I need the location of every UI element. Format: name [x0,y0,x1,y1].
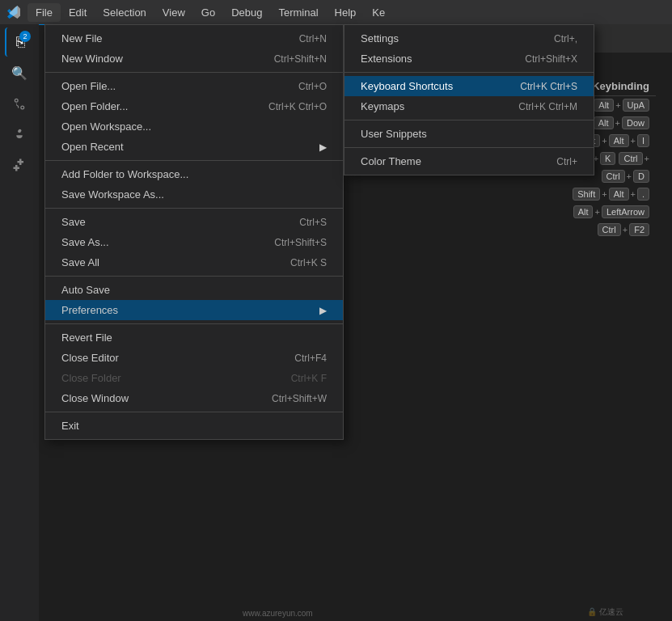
separator-2 [45,160,343,161]
keybinding-badge: Ctrl+D [602,170,650,183]
menu-help[interactable]: Help [327,3,365,22]
file-close-window[interactable]: Close Window Ctrl+Shift+W [45,388,343,408]
file-open-workspace[interactable]: Open Workspace... [45,116,343,137]
separator-1 [45,72,343,73]
file-dropdown-menu: New File Ctrl+N New Window Ctrl+Shift+N … [44,24,344,440]
sidebar: ⎘ 2 🔍 [0,24,39,621]
pref-keyboard-shortcuts[interactable]: Keyboard Shortcuts Ctrl+K Ctrl+S [344,76,594,96]
menu-file[interactable]: File [27,3,61,22]
file-preferences[interactable]: Preferences ▶ [45,300,343,320]
file-close-folder: Close Folder Ctrl+K F [45,368,343,388]
menu-bar: File Edit Selection View Go Debug Termin… [27,3,393,22]
menu-go[interactable]: Go [193,3,223,22]
title-bar: File Edit Selection View Go Debug Termin… [0,0,672,24]
separator-3 [45,208,343,209]
menu-ke[interactable]: Ke [364,3,393,22]
file-open-file[interactable]: Open File... Ctrl+O [45,76,343,96]
keybinding-badge: Ctrl+F2 [598,223,649,236]
file-close-editor[interactable]: Close Editor Ctrl+F4 [45,348,343,368]
file-new-window[interactable]: New Window Ctrl+Shift+N [45,49,343,69]
sidebar-icon-debug[interactable] [5,120,34,149]
file-auto-save[interactable]: Auto Save [45,280,343,300]
separator-5 [45,323,343,324]
file-save-workspace-as[interactable]: Save Workspace As... [45,184,343,205]
file-save-as[interactable]: Save As... Ctrl+Shift+S [45,232,343,252]
preferences-submenu: Settings Ctrl+, Extensions Ctrl+Shift+X … [344,24,594,175]
file-save[interactable]: Save Ctrl+S [45,212,343,232]
watermark-right: 🔒 亿速云 [587,606,623,618]
file-open-recent[interactable]: Open Recent ▶ [45,137,343,157]
sidebar-icon-source-control[interactable] [5,89,34,118]
pref-keymaps[interactable]: Keymaps Ctrl+K Ctrl+M [344,96,594,116]
file-add-folder[interactable]: Add Folder to Workspace... [45,164,343,184]
file-revert[interactable]: Revert File [45,327,343,348]
pref-settings[interactable]: Settings Ctrl+, [344,28,594,49]
separator-6 [45,412,343,412]
pref-sep-1 [344,72,594,73]
sidebar-icon-extensions[interactable] [5,150,34,180]
file-new-file[interactable]: New File Ctrl+N [45,28,343,49]
file-save-all[interactable]: Save All Ctrl+K S [45,252,343,272]
file-exit[interactable]: Exit [45,416,343,436]
pref-sep-2 [344,120,594,120]
pref-extensions[interactable]: Extensions Ctrl+Shift+X [344,49,594,69]
menu-view[interactable]: View [154,3,193,22]
pref-user-snippets[interactable]: User Snippets [344,124,594,144]
pref-sep-3 [344,147,594,148]
menu-selection[interactable]: Selection [95,3,154,22]
menu-terminal[interactable]: Terminal [270,3,326,22]
menu-edit[interactable]: Edit [61,3,95,22]
sidebar-icon-explorer[interactable]: ⎘ 2 [5,27,34,57]
explorer-badge: 2 [19,31,31,42]
keybinding-badge: Alt+LeftArrow [573,205,649,218]
file-open-folder[interactable]: Open Folder... Ctrl+K Ctrl+O [45,96,343,116]
keybinding-badge: Shift+Alt+. [573,188,649,201]
sidebar-icon-search[interactable]: 🔍 [5,58,34,87]
vscode-logo [6,5,21,19]
pref-color-theme[interactable]: Color Theme Ctrl+ [344,151,594,171]
menu-debug[interactable]: Debug [223,3,270,22]
separator-4 [45,276,343,277]
watermark-left: www.azureyun.com [243,609,313,618]
